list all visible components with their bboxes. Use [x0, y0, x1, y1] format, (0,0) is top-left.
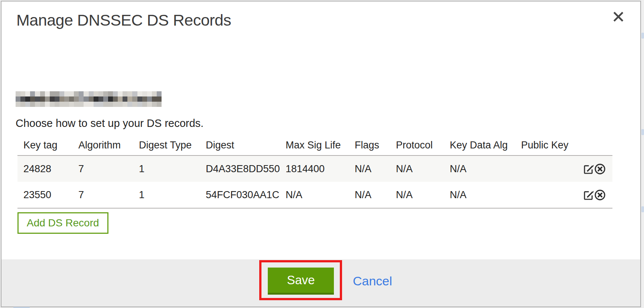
- cell-public-key: [515, 182, 572, 208]
- redaction-pixel: [16, 91, 20, 96]
- delete-icon: [594, 163, 606, 175]
- redaction-pixel: [45, 96, 50, 102]
- redaction-pixel: [74, 96, 79, 102]
- redaction-pixel: [157, 102, 162, 107]
- column-header-public-key: Public Key: [515, 135, 572, 155]
- redaction-pixel: [142, 91, 147, 96]
- redaction-pixel: [59, 102, 64, 107]
- redaction-pixel: [123, 96, 127, 102]
- redaction-pixel: [118, 96, 123, 102]
- edit-record-button[interactable]: [583, 163, 594, 175]
- redaction-pixel: [55, 96, 59, 102]
- redaction-pixel: [94, 102, 98, 107]
- redaction-pixel: [127, 91, 132, 96]
- redaction-pixel: [152, 91, 157, 96]
- redaction-pixel: [50, 91, 55, 96]
- delete-record-button[interactable]: [594, 189, 606, 201]
- redaction-pixel: [132, 96, 137, 102]
- cell-key-data-alg: N/A: [444, 182, 515, 208]
- redacted-domain-name: [16, 91, 162, 107]
- close-icon: [612, 11, 624, 23]
- redaction-pixel: [35, 91, 40, 96]
- redaction-pixel: [50, 102, 55, 107]
- redaction-pixel: [142, 102, 147, 107]
- redaction-pixel: [132, 91, 137, 96]
- redaction-pixel: [147, 91, 152, 96]
- redaction-pixel: [69, 96, 74, 102]
- redaction-pixel: [113, 102, 118, 107]
- ds-records-table: Key tagAlgorithmDigest TypeDigestMax Sig…: [17, 135, 612, 209]
- redaction-pixel: [98, 91, 103, 96]
- setup-instruction-text: Choose how to set up your DS records.: [16, 117, 204, 130]
- redaction-pixel: [64, 91, 69, 96]
- redaction-pixel: [123, 91, 127, 96]
- redaction-pixel: [127, 96, 132, 102]
- column-header-digest-type: Digest Type: [133, 135, 200, 155]
- table-header-row: Key tagAlgorithmDigest TypeDigestMax Sig…: [17, 135, 612, 155]
- column-header-actions: [572, 135, 612, 155]
- cell-digest-type: 1: [133, 155, 200, 182]
- redaction-pixel: [30, 91, 35, 96]
- redaction-pixel: [157, 96, 162, 102]
- add-ds-record-button[interactable]: Add DS Record: [17, 212, 108, 234]
- redaction-pixel: [30, 102, 35, 107]
- redaction-pixel: [25, 91, 30, 96]
- column-header-flags: Flags: [349, 135, 390, 155]
- cell-key-tag: 24828: [17, 155, 72, 182]
- cell-protocol: N/A: [390, 155, 444, 182]
- redaction-pixel: [45, 91, 50, 96]
- redaction-pixel: [79, 96, 84, 102]
- column-header-key-data-alg: Key Data Alg: [444, 135, 515, 155]
- redaction-pixel: [89, 96, 94, 102]
- redaction-pixel: [35, 96, 40, 102]
- column-header-protocol: Protocol: [390, 135, 444, 155]
- cell-max-sig-life: 1814400: [280, 155, 349, 182]
- close-button[interactable]: [611, 10, 625, 24]
- redaction-pixel: [20, 96, 25, 102]
- redaction-pixel: [103, 102, 108, 107]
- table-row: 23550 7 1 54FCF030AA1C79... N/A N/A N/A …: [17, 182, 612, 208]
- redaction-pixel: [25, 102, 30, 107]
- cell-flags: N/A: [349, 182, 390, 208]
- column-header-key-tag: Key tag: [17, 135, 72, 155]
- redaction-pixel: [113, 91, 118, 96]
- cell-algorithm: 7: [72, 182, 133, 208]
- save-button[interactable]: Save: [268, 268, 334, 295]
- redaction-pixel: [74, 102, 79, 107]
- redaction-pixel: [59, 91, 64, 96]
- cell-actions: [572, 182, 612, 208]
- redaction-pixel: [89, 91, 94, 96]
- redaction-pixel: [25, 96, 30, 102]
- cell-key-data-alg: N/A: [444, 155, 515, 182]
- edit-record-button[interactable]: [583, 189, 594, 201]
- redaction-pixel: [16, 96, 20, 102]
- redaction-pixel: [108, 102, 113, 107]
- background-page-sliver: [641, 0, 644, 308]
- cell-max-sig-life: N/A: [280, 182, 349, 208]
- redaction-pixel: [69, 102, 74, 107]
- redaction-pixel: [108, 91, 113, 96]
- column-header-digest: Digest: [200, 135, 280, 155]
- redaction-pixel: [74, 91, 79, 96]
- cell-digest-type: 1: [133, 182, 200, 208]
- edit-icon: [583, 189, 594, 201]
- redaction-pixel: [64, 102, 69, 107]
- redaction-pixel: [59, 96, 64, 102]
- background-page-fragment: [641, 206, 644, 212]
- background-page-fragment: [641, 33, 644, 39]
- table-row: 24828 7 1 D4A33E8DD550A9... 1814400 N/A …: [17, 155, 612, 182]
- redaction-pixel: [157, 91, 162, 96]
- redaction-pixel: [108, 96, 113, 102]
- manage-dnssec-modal: Manage DNSSEC DS Records Choose how to s…: [1, 1, 641, 307]
- redaction-pixel: [142, 96, 147, 102]
- redaction-pixel: [89, 102, 94, 107]
- redaction-pixel: [118, 91, 123, 96]
- redaction-pixel: [20, 102, 25, 107]
- redaction-pixel: [123, 102, 127, 107]
- redaction-pixel: [20, 91, 25, 96]
- cell-digest: 54FCF030AA1C79...: [200, 182, 280, 208]
- cell-flags: N/A: [349, 155, 390, 182]
- redaction-pixel: [137, 102, 142, 107]
- delete-record-button[interactable]: [594, 163, 606, 175]
- cancel-link[interactable]: Cancel: [353, 274, 392, 288]
